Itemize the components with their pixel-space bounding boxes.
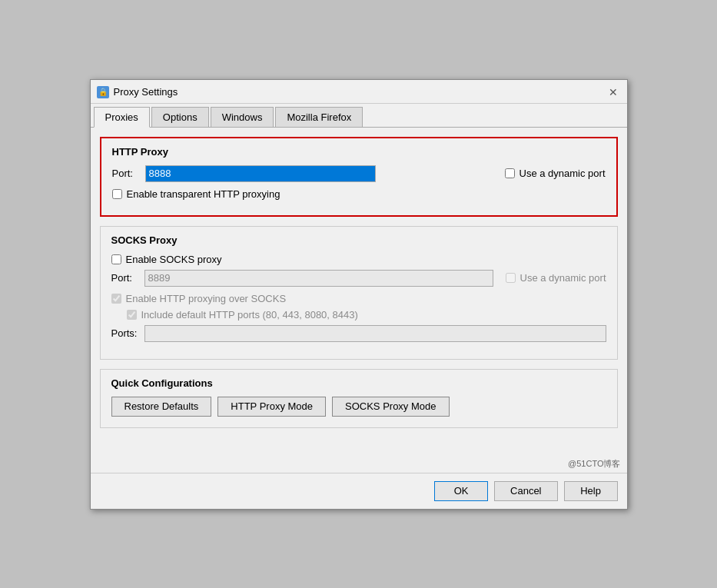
tab-bar: Proxies Options Windows Mozilla Firefox (91, 104, 627, 128)
socks-dynamic-port-label: Use a dynamic port (520, 272, 606, 284)
proxy-settings-window: 🔒 Proxy Settings ✕ Proxies Options Windo… (90, 79, 628, 510)
socks-include-default-ports-checkbox[interactable] (127, 310, 137, 320)
http-transparent-label: Enable transparent HTTP proxying (127, 188, 280, 200)
socks-enable-label: Enable SOCKS proxy (126, 254, 222, 265)
cancel-button[interactable]: Cancel (494, 481, 557, 501)
title-bar: 🔒 Proxy Settings ✕ (91, 80, 627, 104)
tab-windows[interactable]: Windows (211, 107, 274, 127)
http-port-label: Port: (112, 168, 139, 179)
http-dynamic-port-area: Use a dynamic port (505, 168, 606, 179)
tab-mozilla-firefox[interactable]: Mozilla Firefox (275, 107, 363, 127)
socks-enable-row: Enable SOCKS proxy (111, 254, 606, 265)
socks-ports-row: Ports: (111, 325, 606, 342)
socks-port-input[interactable] (144, 270, 493, 287)
http-proxy-port-area: Port: (112, 165, 490, 182)
socks-include-default-ports-label: Include default HTTP ports (80, 443, 808… (141, 309, 358, 321)
window-title: Proxy Settings (114, 86, 178, 98)
socks-dynamic-port-checkbox[interactable] (506, 273, 516, 283)
socks-ports-input[interactable] (144, 325, 606, 342)
tab-options[interactable]: Options (151, 107, 209, 127)
http-dynamic-port-label: Use a dynamic port (519, 168, 606, 179)
main-content: HTTP Proxy Port: Use a dynamic port Enab… (91, 128, 627, 457)
quick-config-title: Quick Configurations (111, 377, 606, 389)
close-button[interactable]: ✕ (606, 85, 621, 100)
socks-proxy-mode-button[interactable]: SOCKS Proxy Mode (332, 397, 450, 417)
tab-proxies[interactable]: Proxies (94, 107, 150, 128)
socks-http-over-socks-checkbox[interactable] (111, 294, 121, 304)
http-transparent-row: Enable transparent HTTP proxying (112, 188, 606, 200)
socks-proxy-section: SOCKS Proxy Enable SOCKS proxy Port: Use… (100, 226, 618, 360)
socks-http-over-socks-label: Enable HTTP proxying over SOCKS (126, 293, 287, 304)
help-button[interactable]: Help (564, 481, 618, 501)
socks-proxy-title: SOCKS Proxy (111, 234, 606, 246)
http-proxy-title: HTTP Proxy (112, 146, 606, 158)
http-proxy-mode-button[interactable]: HTTP Proxy Mode (217, 397, 326, 417)
http-port-input[interactable] (145, 165, 376, 182)
http-proxy-section: HTTP Proxy Port: Use a dynamic port Enab… (100, 137, 618, 217)
title-bar-left: 🔒 Proxy Settings (97, 86, 178, 98)
restore-defaults-button[interactable]: Restore Defaults (111, 397, 212, 417)
socks-enable-checkbox[interactable] (111, 254, 121, 264)
socks-ports-label: Ports: (111, 327, 138, 339)
quick-config-buttons: Restore Defaults HTTP Proxy Mode SOCKS P… (111, 397, 606, 417)
socks-port-label: Port: (111, 272, 138, 284)
http-transparent-checkbox[interactable] (112, 189, 122, 199)
socks-dynamic-port-area: Use a dynamic port (506, 272, 606, 284)
socks-include-default-ports-row: Include default HTTP ports (80, 443, 808… (127, 309, 606, 321)
quick-config-section: Quick Configurations Restore Defaults HT… (100, 369, 618, 428)
watermark: @51CTO博客 (91, 457, 627, 473)
bottom-bar: OK Cancel Help (91, 473, 627, 509)
window-icon: 🔒 (97, 86, 109, 98)
ok-button[interactable]: OK (434, 481, 488, 501)
socks-port-row: Port: Use a dynamic port (111, 270, 606, 287)
http-dynamic-port-checkbox[interactable] (505, 168, 515, 178)
http-proxy-port-row: Port: Use a dynamic port (112, 165, 606, 182)
socks-http-over-socks-row: Enable HTTP proxying over SOCKS (111, 293, 606, 304)
